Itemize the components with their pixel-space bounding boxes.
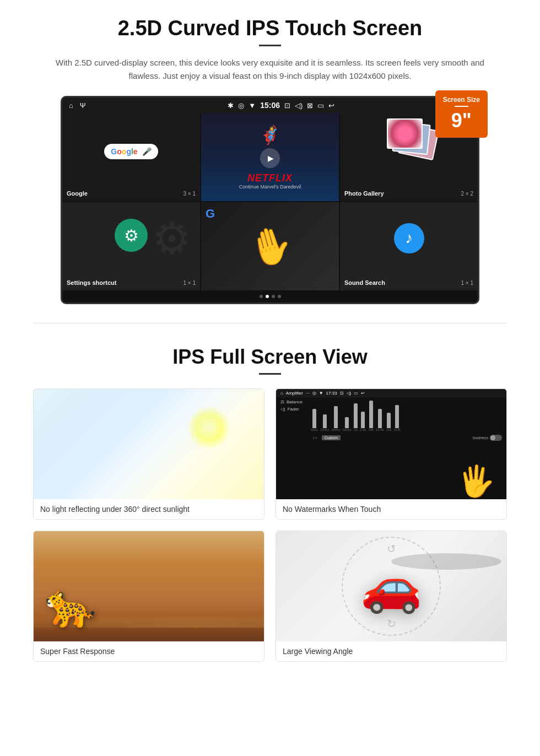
watermark-caption: No Watermarks When Touch — [276, 499, 506, 519]
eq-bar-8 — [378, 409, 382, 428]
status-left-icons: ⌂ Ψ — [69, 101, 86, 110]
screen-mockup: ⌂ Ψ ✱ ◎ ▼ 15:06 ⊡ ◁) ⊠ ▭ ↩ — [61, 96, 479, 304]
mic-icon: 🎤 — [142, 147, 152, 156]
eq-area: 60hz 100hz 200hz — [311, 399, 502, 441]
cheetah-caption: Super Fast Response — [34, 641, 264, 661]
eq-label-4: 500hz — [343, 428, 352, 431]
google-label: Google 3 × 1 — [67, 190, 196, 197]
settings-name: Settings shortcut — [67, 279, 116, 286]
amp-left-controls: ⚖ Balance ◁) Fader — [280, 399, 303, 441]
daredevil-silhouette: 🦸 — [259, 125, 281, 145]
back-icon: ↩ — [328, 101, 334, 110]
amp-time: 17:33 — [326, 391, 337, 396]
google-size: 3 × 1 — [183, 191, 196, 197]
car-caption: Large Viewing Angle — [276, 641, 506, 661]
feature-card-cheetah: 🐆 Super Fast Response — [33, 531, 264, 662]
eq-bar-group-6: 2.5k — [360, 412, 366, 431]
eq-label-3: 200hz — [331, 428, 340, 431]
custom-btn: Custom — [322, 435, 341, 440]
dot-4 — [278, 295, 281, 298]
hand-touch-icon: 🖐 — [457, 463, 495, 499]
app-cell-share[interactable]: G 🤚 Share location 1 × 1 — [201, 202, 339, 290]
amp-title: Amplifier — [286, 391, 303, 396]
camera-icon: ⊡ — [284, 101, 290, 110]
eq-bar-group-1: 60hz — [311, 409, 318, 431]
title-underline — [259, 45, 281, 46]
app-cell-sound[interactable]: ♪ Sound Search 1 × 1 — [340, 202, 478, 290]
cheetah-icon: 🐆 — [45, 582, 96, 630]
app-cell-settings[interactable]: ⚙ ⚙ Settings shortcut 1 × 1 — [62, 202, 200, 290]
eq-bar-group-10: SUB — [393, 405, 400, 431]
amp-gps-icon: ◎ — [312, 391, 316, 396]
netflix-subtitle: Continue Marvel's Daredevil — [239, 184, 301, 190]
fader-label: Fader — [288, 407, 299, 412]
prev-btn: 〈← — [311, 435, 318, 441]
play-button[interactable] — [260, 148, 280, 168]
eq-bar-5 — [354, 403, 358, 428]
eq-bar-9 — [387, 413, 391, 428]
screen-mockup-wrapper: Screen Size 9" ⌂ Ψ ✱ ◎ ▼ 15:06 ⊡ ◁) ⊠ — [61, 96, 479, 304]
eq-label-6: 2.5k — [360, 428, 366, 431]
dot-3 — [272, 295, 275, 298]
amp-vol: ◁) — [347, 391, 352, 396]
eq-label-10: SUB — [393, 428, 400, 431]
amp-status-bar: ⌂ Amplifier ··· ◎ ▼ 17:33 ⊡ ◁) ▭ ↩ — [276, 389, 506, 397]
google-name: Google — [67, 190, 88, 197]
bluetooth-icon: ✱ — [228, 101, 234, 110]
car-top-view-icon: 🚗 — [360, 558, 422, 615]
cheetah-image: 🐆 — [34, 531, 264, 641]
eq-bar-1 — [312, 409, 316, 428]
amp-home-icon: ⌂ — [280, 391, 283, 396]
sound-name: Sound Search — [344, 279, 385, 286]
sound-size: 1 × 1 — [461, 280, 473, 286]
screen-size-number: 9" — [443, 109, 480, 132]
close-icon: ⊠ — [307, 101, 313, 110]
sound-label: Sound Search 1 × 1 — [344, 279, 473, 286]
settings-size: 1 × 1 — [183, 280, 196, 286]
loudness-toggle[interactable] — [490, 435, 502, 441]
google-g-icon: G — [206, 207, 215, 221]
features-grid: No light reflecting under 360° direct su… — [33, 388, 507, 662]
eq-bar-group-2: 100hz — [320, 414, 329, 431]
amplifier-image: ⌂ Amplifier ··· ◎ ▼ 17:33 ⊡ ◁) ▭ ↩ ⚖ Bal — [276, 389, 506, 499]
usb-icon: Ψ — [80, 101, 86, 110]
feature-card-watermark: ⌂ Amplifier ··· ◎ ▼ 17:33 ⊡ ◁) ▭ ↩ ⚖ Bal — [276, 388, 507, 520]
feature-card-car: 🚗 ↺ ↻ Large Viewing Angle — [276, 531, 507, 662]
section2-title: IPS Full Screen View — [33, 345, 507, 369]
eq-footer-row: 〈← Custom loudness — [311, 433, 502, 441]
app-cell-google[interactable]: Google 🎤 Google 3 × 1 — [62, 113, 200, 201]
amp-wifi-icon: ▼ — [319, 391, 323, 396]
app-cell-netflix[interactable]: 🦸 NETFLIX Continue Marvel's Daredevil Ne… — [201, 113, 339, 201]
flower-photo — [388, 120, 422, 148]
netflix-overlay: 🦸 NETFLIX Continue Marvel's Daredevil — [201, 113, 339, 201]
eq-bar-group-9: 15k — [386, 413, 392, 431]
eq-bar-group-5: 1k — [354, 403, 358, 431]
screen-size-badge: Screen Size 9" — [435, 90, 488, 138]
car-image: 🚗 ↺ ↻ — [276, 531, 506, 641]
settings-content: ⚙ — [62, 202, 200, 274]
toggle-handle — [490, 435, 495, 440]
section-ips: IPS Full Screen View No light reflecting… — [0, 340, 540, 678]
eq-label-7: 10k — [368, 428, 374, 431]
screen-size-label: Screen Size — [443, 96, 480, 104]
eq-bars-container: 60hz 100hz 200hz — [311, 399, 502, 433]
google-logo: Google — [111, 147, 137, 156]
google-search-bar[interactable]: Google 🎤 — [104, 144, 158, 159]
status-bar: ⌂ Ψ ✱ ◎ ▼ 15:06 ⊡ ◁) ⊠ ▭ ↩ — [62, 98, 478, 113]
eq-bar-group-8: 12.5k — [376, 409, 384, 431]
eq-label-8: 12.5k — [376, 428, 384, 431]
eq-bar-group-7: 10k — [368, 401, 374, 431]
music-note-icon: ♪ — [394, 223, 424, 253]
volume-icon: ◁) — [295, 101, 303, 110]
eq-bar-group-4: 500hz — [343, 417, 352, 431]
status-center-icons: ✱ ◎ ▼ 15:06 ⊡ ◁) ⊠ ▭ ↩ — [91, 101, 471, 110]
eq-bar-2 — [323, 414, 327, 428]
window-icon: ▭ — [317, 101, 324, 110]
amp-win: ▭ — [354, 391, 358, 396]
section2-underline — [259, 373, 281, 375]
feature-card-sunlight: No light reflecting under 360° direct su… — [33, 388, 264, 520]
eq-bar-group-3: 200hz — [331, 406, 340, 431]
eq-label-2: 100hz — [320, 428, 329, 431]
share-content: G 🤚 — [201, 202, 339, 290]
eq-bar-3 — [334, 406, 338, 428]
